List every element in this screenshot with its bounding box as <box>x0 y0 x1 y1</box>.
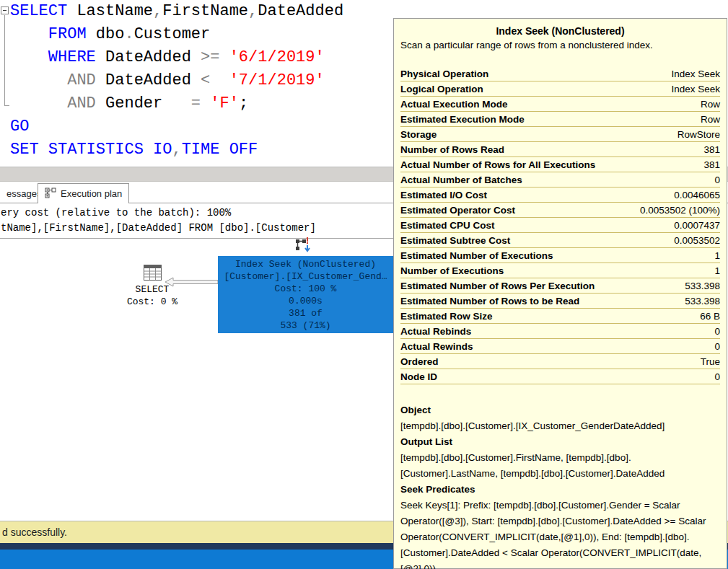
tooltip-row-value: Index Seek <box>671 69 720 79</box>
tooltip-row-value: True <box>701 356 720 367</box>
tooltip-row-label: Ordered <box>400 356 439 367</box>
tooltip-row-label: Estimated Number of Rows Per Execution <box>400 281 595 291</box>
tooltip-row-value: 381 <box>703 159 720 170</box>
tooltip-section-text: Seek Keys[1]: Prefix: [tempdb].[dbo].[Cu… <box>400 498 720 569</box>
execution-plan-icon <box>45 188 56 200</box>
tooltip-row-label: Estimated CPU Cost <box>400 220 495 231</box>
tooltip-row: Actual Execution ModeRow <box>400 97 720 112</box>
node-text-line: Index Seek (NonClustered) <box>218 258 393 270</box>
outline-guide-line <box>4 15 5 105</box>
ssms-window: SELECT LastName,FirstName,DateAdded FROM… <box>0 0 728 569</box>
tooltip-row-value: RowStore <box>677 129 720 140</box>
tooltip-row-value: Row <box>701 114 720 125</box>
tooltip-row-label: Number of Rows Read <box>400 144 504 155</box>
tooltip-row-value: 0.0007437 <box>674 220 720 231</box>
code-collapse-icon[interactable] <box>1 6 9 14</box>
tooltip-row-value: 0 <box>714 371 720 382</box>
node-text-line: 533 (71%) <box>218 319 393 332</box>
tooltip-row-value: 66 B <box>700 311 720 322</box>
tooltip-row: Estimated Execution ModeRow <box>400 112 720 127</box>
tooltip-description: Scan a particular range of rows from a n… <box>400 38 720 53</box>
tooltip-row-value: 381 <box>703 144 720 155</box>
tooltip-row-value: 0 <box>714 326 720 337</box>
tooltip-row-label: Estimated Execution Mode <box>400 114 525 125</box>
tooltip-row: Estimated Subtree Cost0.0053502 <box>400 233 720 248</box>
tooltip-row: Estimated Row Size66 B <box>400 309 720 324</box>
tooltip-section-text: [tempdb].[dbo].[Customer].FirstName, [te… <box>400 450 720 482</box>
tooltip-row: StorageRowStore <box>400 127 720 142</box>
tooltip-row-label: Estimated I/O Cost <box>400 190 487 200</box>
tooltip-row: Actual Rewinds0 <box>400 339 720 354</box>
tooltip-section-heading: Seek Predicates <box>400 482 720 498</box>
tooltip-section-heading: Output List <box>400 434 720 450</box>
tooltip-row: Actual Rebinds0 <box>400 324 720 339</box>
tooltip-row: Estimated Number of Rows Per Execution53… <box>400 278 720 294</box>
code-line: SELECT LastName,FirstName,DateAdded <box>10 0 343 23</box>
tooltip-rows: Physical OperationIndex SeekLogical Oper… <box>400 66 720 384</box>
tooltip-row-label: Actual Execution Mode <box>400 99 508 110</box>
tooltip-row-label: Physical Operation <box>400 69 488 79</box>
tooltip-row: Estimated Number of Executions1 <box>400 248 720 263</box>
tooltip-row: Physical OperationIndex Seek <box>400 66 720 81</box>
code-line: GO <box>10 115 343 138</box>
tooltip-row-value: 533.398 <box>685 281 720 291</box>
tooltip-row-label: Logical Operation <box>400 84 483 94</box>
tooltip-row: Actual Number of Batches0 <box>400 172 720 188</box>
tooltip-row-value: 0.0053502 <box>674 235 720 246</box>
tooltip-row-label: Actual Number of Batches <box>400 175 522 185</box>
tooltip-row: Estimated CPU Cost0.0007437 <box>400 218 720 233</box>
tooltip-row: Number of Executions1 <box>400 263 720 278</box>
tab-execution-plan-label: Execution plan <box>61 188 122 199</box>
tooltip-row-value: 0.0053502 (100%) <box>640 205 720 216</box>
tooltip-row-label: Storage <box>400 129 437 140</box>
node-text-line: 381 of <box>218 307 393 319</box>
tooltip-row: Node ID0 <box>400 369 720 384</box>
tooltip-row: OrderedTrue <box>400 354 720 369</box>
tooltip-row-label: Actual Rewinds <box>400 341 473 352</box>
query-cost-text: ery cost (relative to the batch): 100% <box>1 207 231 219</box>
tooltip-row-value: 0.0046065 <box>674 190 720 200</box>
code-line: FROM dbo.Customer <box>10 23 343 46</box>
code-line: AND Gender = 'F'; <box>10 92 343 115</box>
query-statement-text: tName],[FirstName],[DateAdded] FROM [dbo… <box>1 222 316 234</box>
tooltip-row-value: 1 <box>714 265 720 276</box>
tooltip-row-label: Node ID <box>400 371 437 382</box>
code-line: AND DateAdded < '7/1/2019' <box>10 69 343 92</box>
tooltip-row-value: 0 <box>714 341 720 352</box>
index-seek-node-text: Index Seek (NonClustered)[Customer].[IX_… <box>218 258 393 332</box>
tooltip-row-value: Row <box>701 99 720 110</box>
tooltip-row-label: Estimated Subtree Cost <box>400 235 510 246</box>
plan-arrow[interactable] <box>165 277 219 290</box>
plan-cursor-icon <box>293 235 313 258</box>
tab-execution-plan[interactable]: Execution plan <box>38 183 129 203</box>
query-status-message: d successfully. <box>2 526 67 538</box>
tooltip-row-label: Estimated Number of Rows to be Read <box>400 296 579 306</box>
tooltip-row: Estimated Number of Rows to be Read533.3… <box>400 294 720 309</box>
tooltip-row-value: 0 <box>714 175 720 185</box>
tooltip-row-label: Number of Executions <box>400 265 504 276</box>
tooltip-row: Estimated I/O Cost0.0046065 <box>400 188 720 203</box>
tooltip-row-label: Estimated Row Size <box>400 311 493 322</box>
tooltip-title: Index Seek (NonClustered) <box>400 24 720 38</box>
node-text-line: Cost: 100 % <box>218 283 393 295</box>
tooltip-row-label: Estimated Operator Cost <box>400 205 515 216</box>
select-node-cost: Cost: 0 % <box>114 296 190 308</box>
tooltip-row-label: Actual Number of Rows for All Executions <box>400 159 595 170</box>
tooltip-section-text: [tempdb].[dbo].[Customer].[IX_Customer_G… <box>400 418 720 434</box>
node-text-line: [Customer].[IX_Customer_Gend… <box>218 270 393 283</box>
index-seek-plan-node[interactable]: Index Seek (NonClustered)[Customer].[IX_… <box>218 256 393 333</box>
tooltip-row-value: 533.398 <box>685 296 720 306</box>
tooltip-row-value: Index Seek <box>671 84 720 94</box>
code-line: WHERE DateAdded >= '6/1/2019' <box>10 46 343 69</box>
tooltip-row: Actual Number of Rows for All Executions… <box>400 157 720 172</box>
node-text-line: 0.000s <box>218 295 393 307</box>
tooltip-row-value: 1 <box>714 250 720 261</box>
tooltip-row: Logical OperationIndex Seek <box>400 81 720 97</box>
plan-separator <box>0 238 393 239</box>
sql-code[interactable]: SELECT LastName,FirstName,DateAdded FROM… <box>10 0 343 162</box>
result-grid-icon <box>144 265 162 283</box>
tooltip-row-label: Estimated Number of Executions <box>400 250 553 261</box>
tooltip-row: Number of Rows Read381 <box>400 142 720 157</box>
tooltip-section-heading: Object <box>400 402 720 418</box>
tab-messages-label: essages <box>6 188 41 199</box>
